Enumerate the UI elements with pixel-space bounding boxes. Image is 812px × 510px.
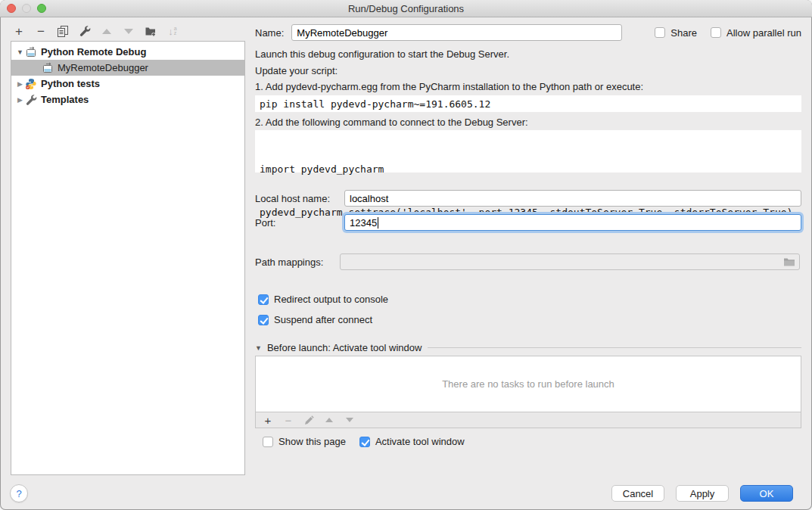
before-launch-header[interactable]: ▼ Before launch: Activate tool window <box>255 342 801 353</box>
empty-tasks-text: There are no tasks to run before launch <box>442 378 614 390</box>
sort-az-icon: ↓az <box>168 26 176 37</box>
show-this-page-label[interactable]: Show this page <box>278 436 346 447</box>
allow-parallel-checkbox-group: Allow parallel run <box>711 27 801 39</box>
tree-item-templates[interactable]: ▶ Templates <box>11 92 244 107</box>
sort-configurations-button[interactable]: ↓az <box>166 24 179 38</box>
python-icon <box>25 78 37 90</box>
share-checkbox-group: Share <box>655 27 697 39</box>
header-rule <box>428 347 801 348</box>
path-mappings-input[interactable] <box>340 253 800 270</box>
remove-configuration-button[interactable]: − <box>34 24 48 38</box>
suspend-after-connect-row: Suspend after connect <box>258 314 372 325</box>
port-label: Port: <box>255 217 344 229</box>
local-host-input[interactable]: localhost <box>344 190 801 207</box>
settrace-code-line-1: import pydevd_pycharm <box>260 162 801 176</box>
share-label[interactable]: Share <box>670 27 697 39</box>
pip-install-code: pip install pydevd-pycharm~=191.6605.12 <box>260 98 490 110</box>
before-launch-task-list[interactable]: There are no tasks to run before launch <box>255 356 801 412</box>
dialog-buttons: Cancel Apply OK <box>611 485 793 502</box>
tree-item-label: Python Remote Debug <box>41 46 146 58</box>
ok-button[interactable]: OK <box>740 485 793 502</box>
tree-item-label: Templates <box>41 94 89 105</box>
cancel-button[interactable]: Cancel <box>611 485 664 502</box>
add-task-button[interactable]: + <box>263 415 273 425</box>
apply-button[interactable]: Apply <box>676 485 729 502</box>
activate-tool-window-group: Activate tool window <box>359 436 465 447</box>
name-input[interactable]: MyRemoteDebugger <box>291 24 622 41</box>
wrench-icon <box>79 25 91 37</box>
activate-tool-window-label[interactable]: Activate tool window <box>375 436 465 447</box>
copy-icon <box>57 25 69 37</box>
new-folder-button[interactable] <box>144 24 157 38</box>
run-configuration-icon <box>25 46 37 58</box>
tree-item-label: Python tests <box>41 78 100 89</box>
tree-item-myremotedebugger[interactable]: MyRemoteDebugger <box>11 60 244 76</box>
port-value: 12345 <box>350 217 377 229</box>
instruction-line-2: Update your script: <box>255 65 801 76</box>
window-title: Run/Debug Configurations <box>348 3 464 14</box>
arrow-down-icon <box>124 29 133 34</box>
path-mappings-row: Path mappings: <box>255 253 801 270</box>
copy-configuration-button[interactable] <box>56 24 70 38</box>
redirect-output-row: Redirect output to console <box>258 294 388 305</box>
chevron-down-icon[interactable]: ▼ <box>15 48 25 56</box>
chevron-right-icon[interactable]: ▶ <box>15 80 25 88</box>
edit-task-button[interactable] <box>303 415 314 425</box>
move-task-down-button[interactable] <box>344 415 355 425</box>
local-host-value: localhost <box>350 193 388 204</box>
pip-install-code-block: pip install pydevd-pycharm~=191.6605.12 <box>255 95 801 112</box>
arrow-up-icon <box>102 29 111 34</box>
port-input[interactable]: 12345 <box>344 214 801 231</box>
suspend-after-connect-checkbox[interactable] <box>258 315 269 325</box>
configurations-toolbar: + − ↓az <box>12 23 179 39</box>
minimize-button[interactable] <box>22 4 31 13</box>
text-cursor <box>378 217 378 229</box>
move-down-button[interactable] <box>122 24 135 38</box>
redirect-output-checkbox[interactable] <box>258 294 269 305</box>
run-configuration-icon <box>42 62 54 74</box>
close-button[interactable] <box>7 4 16 13</box>
tree-item-label: MyRemoteDebugger <box>58 62 148 73</box>
share-checkbox[interactable] <box>655 27 665 38</box>
activate-tool-window-checkbox[interactable] <box>359 437 370 447</box>
run-debug-configurations-dialog: Run/Debug Configurations + − ↓az ▼ Pytho… <box>0 0 812 510</box>
plus-icon: + <box>15 25 23 38</box>
configurations-tree: ▼ Python Remote Debug MyRemoteDebugger ▶… <box>11 41 245 475</box>
add-configuration-button[interactable]: + <box>12 24 26 38</box>
traffic-lights <box>7 4 46 13</box>
zoom-button[interactable] <box>37 4 46 13</box>
allow-parallel-run-label[interactable]: Allow parallel run <box>726 27 801 39</box>
show-this-page-checkbox[interactable] <box>263 437 273 447</box>
title-bar: Run/Debug Configurations <box>0 0 812 17</box>
suspend-after-connect-label[interactable]: Suspend after connect <box>274 314 372 325</box>
before-launch-title: Before launch: Activate tool window <box>267 342 422 353</box>
redirect-output-label[interactable]: Redirect output to console <box>274 294 388 305</box>
edit-templates-button[interactable] <box>78 24 92 38</box>
instruction-step-1: 1. Add pydevd-pycharm.egg from the PyCha… <box>255 81 801 92</box>
instruction-step-2: 2. Add the following command to connect … <box>255 117 801 128</box>
bottom-options-row: Show this page Activate tool window <box>255 436 801 447</box>
browse-folder-icon[interactable] <box>783 257 795 267</box>
allow-parallel-run-checkbox[interactable] <box>711 27 721 38</box>
chevron-right-icon[interactable]: ▶ <box>15 96 25 104</box>
local-host-label: Local host name: <box>255 193 344 204</box>
move-task-up-button[interactable] <box>324 415 334 425</box>
name-value: MyRemoteDebugger <box>297 27 387 39</box>
remove-task-button[interactable]: − <box>283 415 294 425</box>
help-button[interactable]: ? <box>10 484 28 502</box>
pencil-icon <box>304 415 314 425</box>
tree-item-python-tests[interactable]: ▶ Python tests <box>11 76 244 92</box>
name-row: Name: MyRemoteDebugger Share Allow paral… <box>255 23 801 42</box>
arrow-down-icon <box>346 418 353 422</box>
name-label: Name: <box>255 27 284 39</box>
tree-item-python-remote-debug[interactable]: ▼ Python Remote Debug <box>11 44 244 60</box>
question-mark-icon: ? <box>16 488 21 499</box>
folder-plus-icon <box>145 25 157 37</box>
wrench-icon <box>25 94 37 106</box>
local-host-row: Local host name: localhost <box>255 190 801 207</box>
port-row: Port: 12345 <box>255 214 801 231</box>
before-launch-toolbar: + − <box>255 412 801 428</box>
chevron-down-icon[interactable]: ▼ <box>255 344 262 352</box>
move-up-button[interactable] <box>100 24 114 38</box>
arrow-up-icon <box>325 418 333 422</box>
